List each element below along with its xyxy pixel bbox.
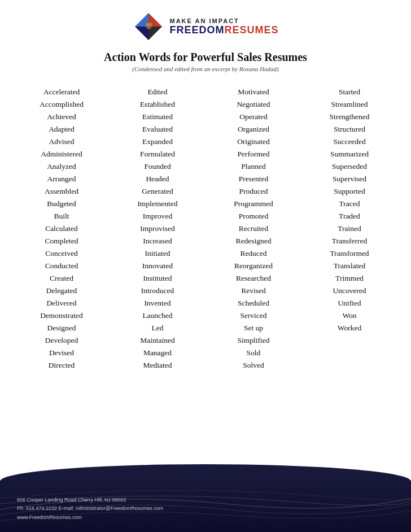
word-item: Created xyxy=(14,272,110,285)
word-item: Streamlined xyxy=(301,98,397,111)
word-item: Achieved xyxy=(14,111,110,123)
word-item: Increased xyxy=(110,235,206,247)
word-item: Mediated xyxy=(110,359,206,372)
word-item: Headed xyxy=(110,173,206,185)
word-item: Planned xyxy=(206,160,301,173)
word-item: Supervised xyxy=(301,173,397,185)
word-item: Scheduled xyxy=(206,297,301,309)
word-item: Completed xyxy=(14,235,110,247)
word-item: Unified xyxy=(301,297,397,309)
word-item: Calculated xyxy=(14,223,110,235)
word-item: Set up xyxy=(206,322,301,334)
word-item: Programmed xyxy=(206,198,301,210)
word-item: Supported xyxy=(301,185,397,198)
word-item: Accelerated xyxy=(14,86,110,98)
page-subtitle: (Condensed and edited from an excerpt by… xyxy=(132,66,278,72)
logo-resumes-text: RESUMES xyxy=(224,24,278,36)
word-item: Conceived xyxy=(14,247,110,260)
footer-website: www.FreedomResumes.com xyxy=(17,513,163,522)
word-item: Sold xyxy=(206,347,301,359)
word-item: Produced xyxy=(206,185,301,198)
word-item: Formulated xyxy=(110,148,206,160)
word-item xyxy=(301,334,397,347)
footer-address: 606 Cooper Landing Road Cherry Hill, NJ … xyxy=(17,496,163,504)
word-item: Led xyxy=(110,322,206,334)
word-item: Analyzed xyxy=(14,160,110,173)
word-item: Administered xyxy=(14,148,110,160)
word-item: Started xyxy=(301,86,397,98)
word-item: Trained xyxy=(301,223,397,235)
word-item: Transferred xyxy=(301,235,397,247)
word-item: Expanded xyxy=(110,136,206,148)
word-item: Organized xyxy=(206,123,301,136)
word-item: Promoted xyxy=(206,210,301,223)
logo-diamond-icon: 🦁 xyxy=(132,10,165,43)
word-item: Estimated xyxy=(110,111,206,123)
word-item: Conducted xyxy=(14,260,110,272)
word-item xyxy=(301,359,397,372)
word-item: Founded xyxy=(110,160,206,173)
word-item: Presented xyxy=(206,173,301,185)
word-item xyxy=(301,347,397,359)
word-item: Recruited xyxy=(206,223,301,235)
word-item: Innovated xyxy=(110,260,206,272)
footer-text: 606 Cooper Landing Road Cherry Hill, NJ … xyxy=(17,496,163,522)
word-item: Generated xyxy=(110,185,206,198)
word-item: Trimmed xyxy=(301,272,397,285)
word-item: Adapted xyxy=(14,123,110,136)
word-item: Invented xyxy=(110,297,206,309)
word-item: Edited xyxy=(110,86,206,98)
word-item: Instituted xyxy=(110,272,206,285)
logo-freedom-text: FREEDOM xyxy=(169,24,224,36)
word-item: Serviced xyxy=(206,309,301,322)
word-item: Budgeted xyxy=(14,198,110,210)
word-item: Redesigned xyxy=(206,235,301,247)
svg-text:🦁: 🦁 xyxy=(144,21,154,30)
word-item: Accomplished xyxy=(14,98,110,111)
word-item: Negotiated xyxy=(206,98,301,111)
word-item: Originated xyxy=(206,136,301,148)
word-item: Strengthened xyxy=(301,111,397,123)
word-item: Introduced xyxy=(110,285,206,297)
word-item: Launched xyxy=(110,309,206,322)
word-item: Managed xyxy=(110,347,206,359)
word-item: Revised xyxy=(206,285,301,297)
word-item: Researched xyxy=(206,272,301,285)
word-item: Improved xyxy=(110,210,206,223)
word-item: Uncovered xyxy=(301,285,397,297)
word-item: Demonstrated xyxy=(14,309,110,322)
word-item: Simplified xyxy=(206,334,301,347)
word-item: Initiated xyxy=(110,247,206,260)
logo-make-text: MAKE AN IMPACT xyxy=(169,18,278,24)
word-item: Reorganized xyxy=(206,260,301,272)
footer-phone: Ph: 516.474.2232 E-mail: Administrator@F… xyxy=(17,504,163,513)
word-item: Traced xyxy=(301,198,397,210)
word-item: Operated xyxy=(206,111,301,123)
word-item: Summarized xyxy=(301,148,397,160)
word-item: Performed xyxy=(206,148,301,160)
word-item: Superseded xyxy=(301,160,397,173)
word-item: Traded xyxy=(301,210,397,223)
word-item: Structured xyxy=(301,123,397,136)
word-item: Built xyxy=(14,210,110,223)
word-item: Worked xyxy=(301,322,397,334)
word-item: Arranged xyxy=(14,173,110,185)
word-item: Succeeded xyxy=(301,136,397,148)
word-item: Implemented xyxy=(110,198,206,210)
word-item: Devised xyxy=(14,347,110,359)
header: 🦁 MAKE AN IMPACT FREEDOMRESUMES Action W… xyxy=(104,10,307,72)
word-item: Translated xyxy=(301,260,397,272)
word-item: Delivered xyxy=(14,297,110,309)
word-item: Established xyxy=(110,98,206,111)
word-item: Reduced xyxy=(206,247,301,260)
word-item: Delegated xyxy=(14,285,110,297)
word-item: Assembled xyxy=(14,185,110,198)
word-item: Improvised xyxy=(110,223,206,235)
word-item: Motivated xyxy=(206,86,301,98)
word-item: Advised xyxy=(14,136,110,148)
word-item: Developed xyxy=(14,334,110,347)
word-item: Transformed xyxy=(301,247,397,260)
word-item: Evaluated xyxy=(110,123,206,136)
word-grid: AcceleratedEditedMotivatedStartedAccompl… xyxy=(14,86,397,372)
word-item: Won xyxy=(301,309,397,322)
